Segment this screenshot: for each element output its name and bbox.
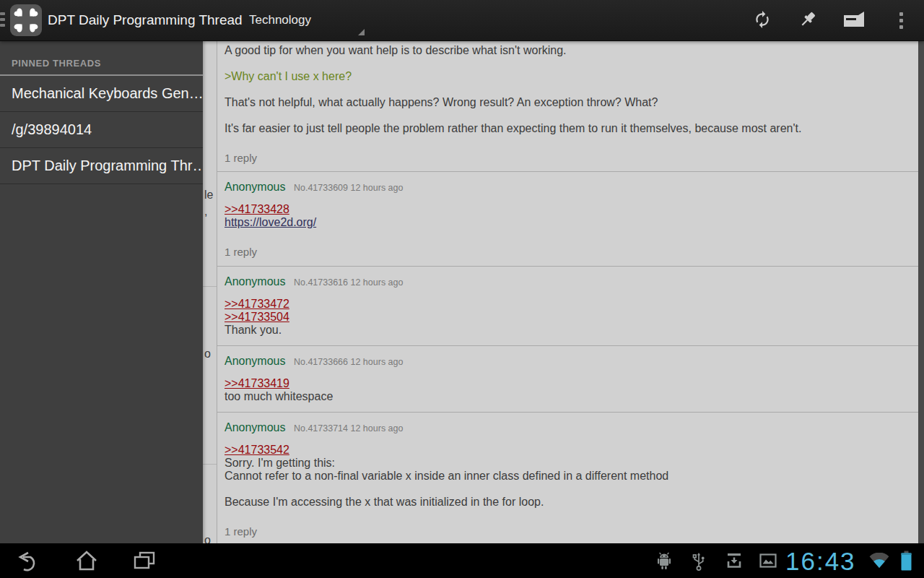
clock: 16:43 bbox=[785, 545, 856, 578]
pinned-threads-drawer: PINNED THREADS Mechanical Keyboards Gen…… bbox=[0, 40, 203, 543]
clipped-text: le bbox=[204, 189, 213, 202]
post-header: Anonymous No.41733616 12 hours ago bbox=[225, 275, 908, 289]
post-meta: No.41733609 12 hours ago bbox=[294, 183, 404, 193]
pinned-thread-item-g[interactable]: /g/39894014 bbox=[0, 112, 203, 148]
underlying-list-peek: le , o o bbox=[203, 40, 217, 543]
battery-icon bbox=[901, 551, 912, 574]
download-icon bbox=[725, 553, 743, 571]
wifi-icon bbox=[869, 553, 889, 571]
recents-button[interactable] bbox=[133, 551, 156, 573]
post-header: Anonymous No.41733666 12 hours ago bbox=[225, 355, 908, 368]
quote-link[interactable]: >>41733542 bbox=[225, 444, 289, 457]
post[interactable]: Anonymous No.41733609 12 hours ago >>417… bbox=[217, 172, 918, 267]
overflow-menu-button[interactable] bbox=[884, 3, 918, 38]
post-text: Because I'm accessing the x that was ini… bbox=[225, 496, 908, 509]
scrollbar[interactable] bbox=[918, 40, 924, 543]
quote-link[interactable]: >>41733419 bbox=[225, 377, 289, 390]
system-bar: 16:43 bbox=[0, 543, 924, 578]
quote-link[interactable]: >>41733504 bbox=[225, 311, 289, 324]
thread-post-list: A good tip for when you want help is to … bbox=[217, 40, 918, 545]
post-text: Cannot refer to a non-final variable x i… bbox=[225, 470, 908, 483]
pin-icon bbox=[798, 10, 817, 31]
post-greentext: >Why can't I use x here? bbox=[225, 70, 908, 83]
refresh-icon bbox=[753, 10, 772, 31]
reply-count[interactable]: 1 reply bbox=[225, 525, 908, 538]
reply-count[interactable]: 1 reply bbox=[225, 152, 908, 165]
post-meta: No.41733666 12 hours ago bbox=[294, 357, 404, 367]
post-author: Anonymous bbox=[225, 421, 286, 434]
post-text: A good tip for when you want help is to … bbox=[225, 44, 908, 57]
post-author: Anonymous bbox=[225, 355, 286, 367]
post-text: Sorry. I'm getting this: bbox=[225, 457, 908, 470]
url-link[interactable]: https://love2d.org/ bbox=[225, 216, 316, 229]
clipped-text: o bbox=[204, 348, 211, 361]
quote-link[interactable]: >>41733428 bbox=[225, 203, 289, 216]
app-logo-icon[interactable] bbox=[10, 4, 42, 36]
post[interactable]: Anonymous No.41733714 12 hours ago >>417… bbox=[217, 413, 918, 545]
usb-connected-icon bbox=[692, 551, 706, 574]
recents-icon bbox=[133, 562, 156, 573]
drawer-header: PINNED THREADS bbox=[0, 40, 203, 76]
clipped-text: , bbox=[204, 205, 207, 218]
post-header: Anonymous No.41733609 12 hours ago bbox=[225, 181, 908, 194]
spinner-caret-icon bbox=[358, 29, 365, 35]
post[interactable]: Anonymous No.41733616 12 hours ago >>417… bbox=[217, 267, 918, 346]
post[interactable]: Anonymous No.41733666 12 hours ago >>417… bbox=[217, 346, 918, 413]
post-author: Anonymous bbox=[225, 275, 286, 288]
screenshot-icon bbox=[759, 553, 777, 571]
post-text: Thank you. bbox=[225, 324, 908, 337]
post-text: That's not helpful, what actually happen… bbox=[225, 96, 908, 109]
post-text: too much whitespace bbox=[225, 390, 908, 403]
reply-button[interactable] bbox=[837, 3, 871, 38]
pinned-thread-item-dpt[interactable]: DPT Daily Programming Thr… bbox=[0, 148, 203, 184]
back-icon bbox=[17, 564, 40, 574]
reply-count[interactable]: 1 reply bbox=[225, 246, 908, 259]
home-icon bbox=[75, 563, 98, 574]
home-button[interactable] bbox=[75, 550, 98, 574]
clipped-text: o bbox=[204, 534, 211, 543]
pin-button[interactable] bbox=[790, 3, 825, 38]
divider bbox=[203, 464, 217, 465]
drawer-edge-icon[interactable] bbox=[0, 12, 5, 28]
reply-icon bbox=[843, 12, 865, 30]
action-bar: DPT Daily Programming Thread Technology bbox=[0, 0, 924, 40]
post[interactable]: A good tip for when you want help is to … bbox=[217, 40, 918, 172]
post-header: Anonymous No.41733714 12 hours ago bbox=[225, 421, 908, 435]
quote-link[interactable]: >>41733472 bbox=[225, 298, 289, 311]
refresh-button[interactable] bbox=[745, 3, 780, 38]
post-meta: No.41733714 12 hours ago bbox=[294, 423, 404, 434]
board-spinner-label: Technology bbox=[249, 0, 311, 40]
thread-title: DPT Daily Programming Thread bbox=[48, 0, 243, 40]
post-meta: No.41733616 12 hours ago bbox=[294, 277, 404, 288]
overflow-dots-icon bbox=[899, 9, 903, 32]
back-button[interactable] bbox=[17, 550, 40, 574]
usb-debugging-icon bbox=[655, 552, 673, 573]
divider bbox=[203, 286, 217, 287]
pinned-thread-item-keyboards[interactable]: Mechanical Keyboards Gen… bbox=[0, 76, 203, 112]
post-text: It's far easier to just tell people the … bbox=[225, 122, 908, 135]
post-author: Anonymous bbox=[225, 181, 286, 193]
board-spinner[interactable]: Technology bbox=[238, 0, 367, 40]
app-screen: DPT Daily Programming Thread Technology bbox=[0, 0, 924, 578]
